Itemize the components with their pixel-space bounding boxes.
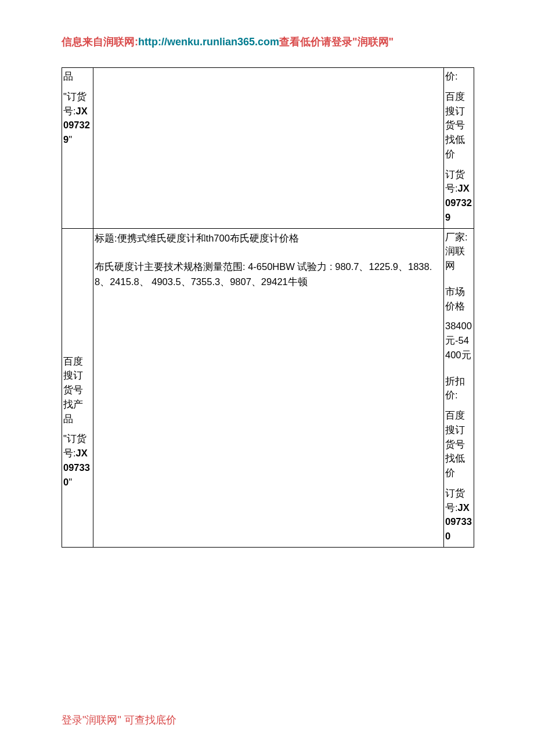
product-title: 标题:便携式维氏硬度计和th700布氏硬度计价格 (95, 231, 442, 246)
order-close: " (68, 134, 72, 145)
maker-label: 厂家: (445, 232, 468, 242)
maker-value: 润联网 (445, 246, 465, 271)
table-row: 品 "订货号:JX097329" 价: 百度搜订货号找低价 订货号:JX0973 (62, 68, 474, 229)
header-prefix: 信息来自润联网: (62, 36, 138, 48)
order-close: " (68, 477, 72, 487)
header-url: http://wenku.runlian365.com (138, 36, 279, 48)
search-hint: 百度搜订货号找低价 (445, 89, 472, 161)
search-hint-tail: 品 (63, 69, 92, 84)
market-price-label: 市场价格 (445, 285, 472, 314)
page-header: 信息来自润联网:http://wenku.runlian365.com查看低价请… (62, 35, 472, 49)
search-hint: 百度搜订货号找低价 (445, 408, 472, 480)
header-suffix: 查看低价请登录"润联网" (279, 36, 394, 48)
table-row: 百度搜订货号找产品 "订货号:JX097330" 标题:便携式维氏硬度计和th7… (62, 228, 474, 547)
discount-label: 折扣价: (445, 374, 472, 403)
page-footer: 登录"润联网" 可查找底价 (62, 713, 176, 727)
market-price-value: 38400元-54400元 (445, 319, 472, 362)
discount-tail: 价: (445, 69, 472, 84)
search-hint: 百度搜订货号找产品 (63, 354, 92, 426)
product-body: 布氏硬度计主要技术规格测量范围: 4-650HBW 试验力 : 980.7、12… (95, 260, 442, 289)
product-table: 品 "订货号:JX097329" 价: 百度搜订货号找低价 订货号:JX0973 (62, 67, 474, 548)
